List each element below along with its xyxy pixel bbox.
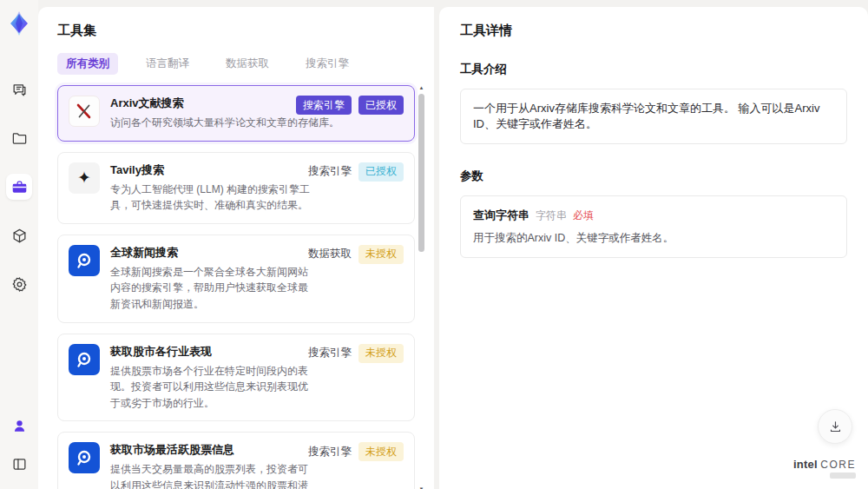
tool-card-sector-performance[interactable]: 获取股市各行业表现 提供股票市场各个行业在特定时间段内的表现。投资者可以利用这些… xyxy=(57,334,415,422)
param-desc: 用于搜索的Arxiv ID、关键字或作者姓名。 xyxy=(473,231,834,246)
param-name: 查询字符串 xyxy=(473,208,529,223)
auth-status-badge: 未授权 xyxy=(358,245,404,264)
tool-desc: 专为人工智能代理 (LLM) 构建的搜索引擎工具，可快速提供实时、准确和真实的结… xyxy=(110,182,312,214)
tool-detail-panel: 工具详情 工具介绍 一个用于从Arxiv存储库搜索科学论文和文章的工具。 输入可… xyxy=(439,7,868,489)
param-required-flag: 必填 xyxy=(573,208,594,223)
tool-card-tavily[interactable]: ✦ Tavily搜索 专为人工智能代理 (LLM) 构建的搜索引擎工具，可快速提… xyxy=(57,152,415,224)
news-globe-icon xyxy=(69,344,100,375)
user-avatar-icon[interactable] xyxy=(6,413,32,439)
news-globe-icon xyxy=(69,442,100,473)
app-logo-icon xyxy=(6,10,32,36)
tool-desc: 全球新闻搜索是一个聚合全球各大新闻网站内容的搜索引擎，帮助用户快速获取全球最新资… xyxy=(110,264,312,313)
tool-card-active-stocks[interactable]: 获取市场最活跃股票信息 提供当天交易量最高的股票列表，投资者可以利用这些信息来识… xyxy=(57,432,415,489)
toolbox-icon[interactable] xyxy=(6,174,32,200)
tab-language-translation[interactable]: 语言翻译 xyxy=(137,53,198,75)
intel-core-logo: intel CORE xyxy=(793,458,856,479)
param-card: 查询字符串 字符串 必填 用于搜索的Arxiv ID、关键字或作者姓名。 xyxy=(460,195,847,258)
auth-status-badge: 已授权 xyxy=(358,96,404,115)
scrollbar-thumb[interactable] xyxy=(418,94,424,252)
auth-status-badge: 未授权 xyxy=(358,442,404,461)
tool-desc: 访问各个研究领域大量科学论文和文章的存储库。 xyxy=(110,115,364,131)
params-heading: 参数 xyxy=(460,169,847,184)
news-globe-icon xyxy=(69,245,100,276)
tab-all-categories[interactable]: 所有类别 xyxy=(57,53,118,75)
intro-text: 一个用于从Arxiv存储库搜索科学论文和文章的工具。 输入可以是Arxiv ID… xyxy=(460,89,847,144)
core-wordmark: CORE xyxy=(820,459,856,471)
auth-status-badge: 已授权 xyxy=(358,162,404,182)
category-label: 搜索引擎 xyxy=(308,346,352,360)
app-rail xyxy=(0,0,38,489)
intel-ultra-badge xyxy=(830,472,856,479)
package-icon[interactable] xyxy=(6,222,32,248)
category-tabs: 所有类别 语言翻译 数据获取 搜索引擎 xyxy=(57,53,434,75)
tab-data-fetch[interactable]: 数据获取 xyxy=(217,53,278,75)
scrollbar-up-icon[interactable]: ▲ xyxy=(418,85,424,90)
star-icon: ✦ xyxy=(69,162,100,194)
tool-desc: 提供当天交易量最高的股票列表，投资者可以利用这些信息来识别流动性强的股票和潜在的… xyxy=(110,461,312,489)
tool-list: Arxiv文献搜索 访问各个研究领域大量科学论文和文章的存储库。 搜索引擎 已授… xyxy=(57,85,425,489)
download-button[interactable] xyxy=(818,409,852,444)
tool-list-panel: 工具集 所有类别 语言翻译 数据获取 搜索引擎 Arxiv文献搜索 访问各个研究… xyxy=(38,7,434,489)
category-badge: 搜索引擎 xyxy=(296,96,352,115)
category-label: 搜索引擎 xyxy=(308,164,352,179)
page-title: 工具集 xyxy=(57,23,434,39)
download-icon xyxy=(828,420,843,434)
tool-desc: 提供股票市场各个行业在特定时间段内的表现。投资者可以利用这些信息来识别表现优于或… xyxy=(110,363,312,412)
rail-bottom xyxy=(6,413,32,477)
settings-icon[interactable] xyxy=(6,271,32,297)
detail-title: 工具详情 xyxy=(460,23,847,39)
arxiv-icon xyxy=(69,96,100,127)
param-type: 字符串 xyxy=(536,208,567,223)
auth-status-badge: 未授权 xyxy=(358,344,404,363)
folder-icon[interactable] xyxy=(6,125,32,151)
collapse-panel-icon[interactable] xyxy=(6,451,32,477)
intro-heading: 工具介绍 xyxy=(460,62,847,77)
scrollbar[interactable]: ▲ ▼ xyxy=(418,85,425,489)
rail-nav xyxy=(6,76,32,297)
chat-icon[interactable] xyxy=(6,76,32,102)
category-label: 数据获取 xyxy=(308,247,352,261)
category-label: 搜索引擎 xyxy=(308,445,352,459)
tool-card-global-news[interactable]: 全球新闻搜索 全球新闻搜索是一个聚合全球各大新闻网站内容的搜索引擎，帮助用户快速… xyxy=(57,235,415,323)
tool-card-arxiv[interactable]: Arxiv文献搜索 访问各个研究领域大量科学论文和文章的存储库。 搜索引擎 已授… xyxy=(57,85,415,142)
tab-search-engine[interactable]: 搜索引擎 xyxy=(297,53,358,75)
intel-wordmark: intel xyxy=(793,458,818,471)
